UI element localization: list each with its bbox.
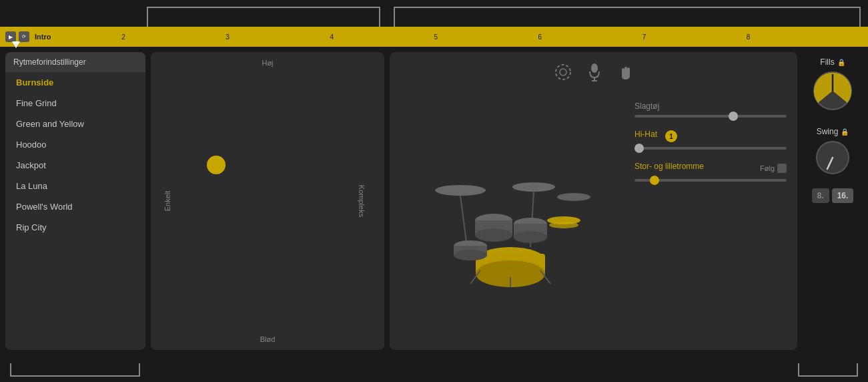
tick-3: 3 bbox=[226, 33, 230, 41]
swing-section: Swing 🔒 bbox=[805, 127, 860, 176]
stor-label-row: Stor- og lilletromme Følg bbox=[634, 162, 787, 175]
sidebar-item-hoodoo[interactable]: Hoodoo bbox=[5, 134, 145, 155]
beat-pad-label-left: Enkelt bbox=[163, 191, 171, 212]
svg-point-15 bbox=[475, 228, 512, 242]
stor-label: Stor- og lilletromme bbox=[634, 162, 704, 171]
svg-point-0 bbox=[556, 65, 570, 79]
fills-section: Fills 🔒 bbox=[805, 57, 860, 112]
svg-point-7 bbox=[512, 182, 555, 192]
svg-point-6 bbox=[435, 185, 486, 196]
beat-pad-label-right: Kompleks bbox=[358, 185, 366, 217]
beat-pad[interactable]: Høj Blød Enkelt Kompleks bbox=[151, 52, 384, 350]
timeline-ruler[interactable]: ▶ ⟳ Intro 2 3 4 5 6 7 8 bbox=[0, 27, 868, 47]
follow-toggle[interactable]: Følg bbox=[760, 164, 787, 173]
hihat-slider[interactable] bbox=[634, 147, 787, 150]
slagtoj-slider[interactable] bbox=[634, 115, 787, 118]
sidebar-item-powellsworld[interactable]: Powell's World bbox=[5, 196, 145, 217]
ruler-area: ▶ ⟳ Intro 2 3 4 5 6 7 8 bbox=[0, 0, 868, 47]
svg-point-18 bbox=[514, 231, 547, 243]
tick-8: 8 bbox=[747, 33, 751, 41]
sidebar-item-greenandyellow[interactable]: Green and Yellow bbox=[5, 114, 145, 134]
sidebar-item-laluna[interactable]: La Luna bbox=[5, 176, 145, 196]
stor-section: Stor- og lilletromme Følg bbox=[634, 162, 787, 182]
svg-point-8 bbox=[557, 193, 590, 201]
swing-lock-icon[interactable]: 🔒 bbox=[841, 128, 849, 136]
bottom-bar bbox=[0, 355, 868, 382]
stor-thumb[interactable] bbox=[650, 176, 659, 185]
bottom-bracket-right bbox=[798, 363, 858, 377]
drum-circle-icon[interactable] bbox=[554, 63, 572, 85]
swing-label: Swing 🔒 bbox=[817, 127, 849, 136]
tick-7: 7 bbox=[642, 33, 646, 41]
drum-area: Slagtøj Hi-Hat 1 bbox=[390, 52, 797, 350]
drum-icons bbox=[390, 52, 797, 91]
sidebar-item-finegrind[interactable]: Fine Grind bbox=[5, 93, 145, 114]
svg-point-1 bbox=[560, 69, 566, 75]
playhead[interactable] bbox=[12, 41, 20, 48]
transport-controls[interactable]: ▶ ⟳ Intro bbox=[5, 31, 51, 42]
drum-kit-row: Slagtøj Hi-Hat 1 bbox=[390, 91, 797, 350]
beat-buttons: 8. 16. bbox=[812, 188, 854, 203]
follow-label: Følg bbox=[760, 164, 775, 172]
hihat-section: Hi-Hat 1 bbox=[634, 130, 787, 150]
slagtoj-section: Slagtøj bbox=[634, 102, 787, 118]
bottom-bracket-left bbox=[10, 363, 140, 377]
microphone-icon[interactable] bbox=[586, 63, 603, 85]
tick-4: 4 bbox=[330, 33, 334, 41]
sidebar-item-burnside[interactable]: Burnside bbox=[5, 72, 145, 93]
beat-dot[interactable] bbox=[207, 156, 226, 174]
svg-point-24 bbox=[454, 250, 487, 260]
play-icon[interactable]: ▶ bbox=[5, 31, 16, 42]
bracket-right bbox=[394, 7, 861, 27]
fills-label: Fills 🔒 bbox=[820, 57, 845, 67]
beat-16-button[interactable]: 16. bbox=[832, 188, 854, 203]
sidebar-item-jackpot[interactable]: Jackpot bbox=[5, 155, 145, 176]
follow-checkbox[interactable] bbox=[777, 164, 787, 173]
tick-2: 2 bbox=[121, 33, 125, 41]
tick-6: 6 bbox=[538, 33, 542, 41]
svg-rect-3 bbox=[592, 68, 596, 71]
hihat-label-row: Hi-Hat 1 bbox=[634, 130, 787, 143]
bracket-left bbox=[147, 7, 380, 27]
hihat-thumb[interactable] bbox=[634, 144, 644, 153]
slagtoj-thumb[interactable] bbox=[729, 112, 738, 121]
beat-pad-label-top: Høj bbox=[262, 59, 273, 67]
drum-kit-svg bbox=[420, 154, 594, 287]
tick-5: 5 bbox=[434, 33, 438, 41]
swing-knob[interactable] bbox=[814, 139, 851, 176]
section-label: Intro bbox=[35, 33, 51, 41]
controls-panel: Slagtøj Hi-Hat 1 bbox=[624, 91, 797, 350]
sidebar-header: Rytmeforindstillinger bbox=[5, 52, 145, 72]
loop-icon[interactable]: ⟳ bbox=[19, 31, 29, 42]
fills-knob[interactable] bbox=[811, 69, 854, 112]
main-content: Rytmeforindstillinger Burnside Fine Grin… bbox=[0, 47, 868, 355]
stor-slider[interactable] bbox=[634, 179, 787, 182]
beat-8-button[interactable]: 8. bbox=[812, 188, 829, 203]
sidebar-item-ripcity[interactable]: Rip City bbox=[5, 217, 145, 238]
slagtoj-label: Slagtøj bbox=[634, 102, 787, 111]
beat-pad-label-bottom: Blød bbox=[260, 335, 276, 343]
svg-point-12 bbox=[549, 222, 578, 228]
fills-lock-icon[interactable]: 🔒 bbox=[837, 59, 845, 66]
sidebar: Rytmeforindstillinger Burnside Fine Grin… bbox=[5, 52, 145, 350]
hihat-badge: 1 bbox=[665, 130, 677, 142]
hand-icon[interactable] bbox=[616, 63, 634, 85]
hihat-label: Hi-Hat bbox=[634, 130, 657, 139]
right-panel: Fills 🔒 Swing 🔒 bbox=[803, 52, 863, 350]
drum-kit-visual bbox=[390, 91, 624, 350]
svg-line-9 bbox=[460, 196, 467, 247]
